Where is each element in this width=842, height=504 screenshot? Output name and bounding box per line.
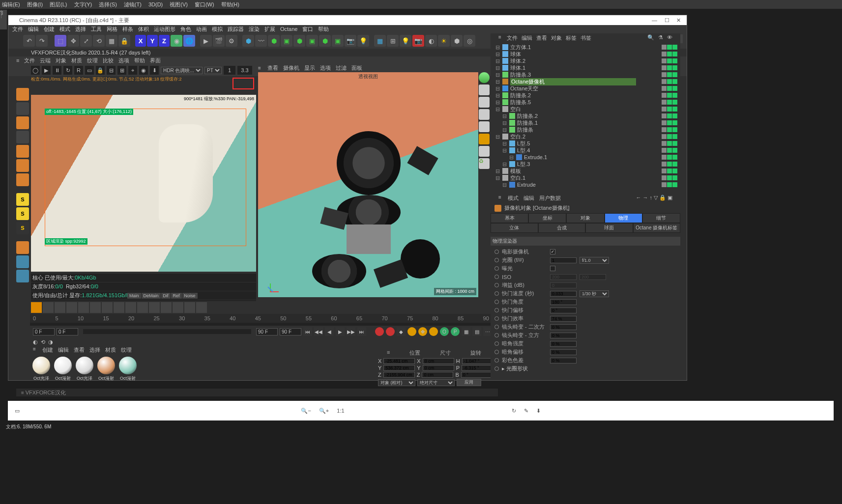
render-minus-icon[interactable]: ⊟ <box>107 66 116 75</box>
vp-move-icon[interactable] <box>479 84 490 95</box>
y-axis-icon[interactable]: Y <box>147 35 158 47</box>
object-row[interactable]: ⊟Octane天空 <box>494 85 677 92</box>
field-icon[interactable]: ⬢ <box>293 35 305 47</box>
render-plus-icon[interactable]: ⊞ <box>117 66 126 75</box>
render-reload-icon[interactable]: ↻ <box>63 66 72 75</box>
material-item[interactable]: Oct漫射 <box>118 357 137 382</box>
magnet-icon[interactable] <box>16 241 29 254</box>
oct-env-icon[interactable]: ⬢ <box>451 35 463 47</box>
rotate-tool-icon[interactable]: ⟲ <box>93 35 105 47</box>
timeline-ruler[interactable]: 0510 152025 303540 455055 606570 758085 … <box>30 314 492 323</box>
mesh-cube[interactable] <box>347 224 391 254</box>
obj-search-icon[interactable]: 🔍 <box>647 34 654 42</box>
light-icon[interactable]: 💡 <box>357 35 369 47</box>
object-row[interactable]: ⊟防撞条.5 <box>494 99 677 106</box>
param-field[interactable] <box>550 299 577 305</box>
tl-ex2-icon[interactable]: ⟲ <box>41 339 45 345</box>
param-select[interactable]: 1/30 秒 <box>580 290 609 297</box>
octane-render-view[interactable]: off:-1483,-1645 位置:(41,67) 大小:(176,112) … <box>31 95 256 272</box>
key-sel-icon[interactable]: ◆ <box>397 327 406 336</box>
object-row[interactable]: ⊟L型.5 <box>494 140 677 147</box>
key-grid-icon[interactable]: ▦ <box>462 327 470 336</box>
host-tab[interactable]: .ps... <box>0 10 7 29</box>
attr-fwd-icon[interactable]: → <box>643 195 648 202</box>
tl-t1-icon[interactable] <box>43 302 54 313</box>
attr-new-icon[interactable]: ▣ <box>668 195 672 202</box>
param-field[interactable] <box>550 291 577 297</box>
obj-filter-icon[interactable]: ⚗ <box>658 34 663 42</box>
tl-t9-icon[interactable] <box>137 302 148 313</box>
lock-icon[interactable]: 🔒 <box>118 35 130 47</box>
render-drop-icon[interactable]: ⬇ <box>150 66 159 75</box>
param-select[interactable]: f/1.0 <box>580 257 609 264</box>
aperture-shape-expand[interactable]: ▸ 光圈形状 <box>502 365 528 372</box>
cube-icon[interactable]: ⬢ <box>242 35 254 47</box>
mesh-torus-1[interactable] <box>337 131 401 195</box>
attr-lock-icon[interactable]: 🔒 <box>659 195 666 202</box>
step-fwd-icon[interactable]: ▶▶ <box>347 327 355 336</box>
oct-node-icon[interactable]: ◎ <box>464 35 475 47</box>
tl-t14-icon[interactable] <box>196 302 207 313</box>
redo-icon[interactable]: ↷ <box>36 35 48 47</box>
coord-icon[interactable]: ◉ <box>171 35 182 47</box>
texture-mode-icon[interactable] <box>16 102 29 115</box>
goto-start-icon[interactable]: ⏮ <box>303 327 312 336</box>
perspective-viewport[interactable]: 透视视图 网格间距 : 1000 cm <box>258 72 478 297</box>
hdr-select[interactable]: HDR 色调映... <box>161 67 203 74</box>
play-back-icon[interactable]: ◀ <box>325 327 334 336</box>
generator-icon[interactable]: ⬢ <box>268 35 280 47</box>
rot-field[interactable] <box>461 372 493 378</box>
recent-tool-icon[interactable]: ▦ <box>106 35 117 47</box>
attr-tab[interactable]: Octane 摄像机标签 <box>633 223 681 233</box>
attr-tab[interactable]: 合成 <box>538 223 586 233</box>
rot-field[interactable] <box>462 358 494 364</box>
object-row[interactable]: ⊟防撞条.3 <box>494 71 677 78</box>
select-tool-icon[interactable]: ⬚ <box>55 35 66 47</box>
key-o-icon[interactable]: O <box>440 327 449 336</box>
attr-tab[interactable]: 立体 <box>491 223 538 233</box>
pos-field[interactable] <box>383 365 415 371</box>
edge-mode-icon[interactable] <box>16 159 29 172</box>
render-pick-icon[interactable]: ⌖ <box>128 66 137 75</box>
apply-button[interactable]: 应用 <box>457 379 481 386</box>
key-s-icon[interactable]: ✥ <box>418 327 427 336</box>
render-stop-icon[interactable]: ▶ <box>42 66 51 75</box>
undo-icon[interactable]: ↶ <box>23 35 35 47</box>
rec-icon[interactable] <box>375 327 384 336</box>
render-queue-icon[interactable]: ⚙ <box>226 35 237 47</box>
object-row[interactable]: ⊟立方体.1 <box>494 44 677 51</box>
attr-tab[interactable]: 对象 <box>566 213 604 223</box>
oct-sun-icon[interactable]: ☀ <box>438 35 450 47</box>
maximize-icon[interactable]: ☐ <box>665 17 669 24</box>
tl-t5-icon[interactable] <box>90 302 101 313</box>
tl-ex1-icon[interactable]: ◐ <box>33 339 38 345</box>
snap-icon[interactable]: ⊞ <box>387 35 399 47</box>
tl-t8-icon[interactable] <box>125 302 136 313</box>
attr-tab[interactable]: 物理 <box>605 213 642 223</box>
bulb-icon[interactable]: 💡 <box>400 35 411 47</box>
size-mode-select[interactable]: 绝对尺寸 <box>417 379 455 386</box>
key-pt-icon[interactable]: P <box>451 327 460 336</box>
key-list-icon[interactable]: ▤ <box>472 327 481 336</box>
object-row[interactable]: ⊟防撞条.2 <box>494 92 677 99</box>
frame-cur-field[interactable] <box>57 328 78 336</box>
minimize-icon[interactable]: — <box>652 17 657 23</box>
object-row[interactable]: ⊟球体.2 <box>494 57 677 64</box>
mesh-torus-4[interactable] <box>401 239 440 279</box>
object-row[interactable]: ⊟Octane摄像机 <box>494 78 677 85</box>
tl-t12-icon[interactable] <box>173 302 183 313</box>
volume-icon[interactable]: ▣ <box>332 35 344 47</box>
param-field[interactable] <box>550 316 577 322</box>
x-axis-icon[interactable]: X <box>135 35 146 47</box>
coord-mode-select[interactable]: 对象 (相对) <box>378 379 415 386</box>
mesh-torus-3[interactable] <box>312 254 366 288</box>
param-field[interactable] <box>550 324 577 330</box>
attr-tab[interactable]: 坐标 <box>528 213 566 223</box>
param-field[interactable] <box>550 308 577 313</box>
num1-field[interactable]: 1 <box>224 66 235 75</box>
object-row[interactable]: ⊟空白.1 <box>494 174 677 181</box>
object-row[interactable]: ⊟L型.3 <box>494 161 677 168</box>
tl-t3-icon[interactable] <box>66 302 77 313</box>
play-fwd-icon[interactable]: ▶ <box>336 327 345 336</box>
pos-field[interactable] <box>383 358 415 364</box>
